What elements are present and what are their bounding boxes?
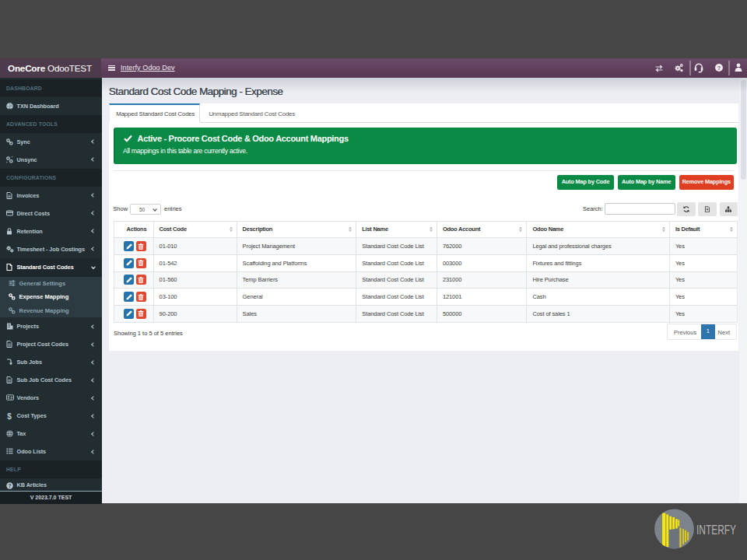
svg-text:INTERFY: INTERFY xyxy=(696,523,736,537)
svg-text:?: ? xyxy=(9,483,12,488)
svg-text:$: $ xyxy=(7,412,12,420)
svg-text:?: ? xyxy=(717,65,720,72)
